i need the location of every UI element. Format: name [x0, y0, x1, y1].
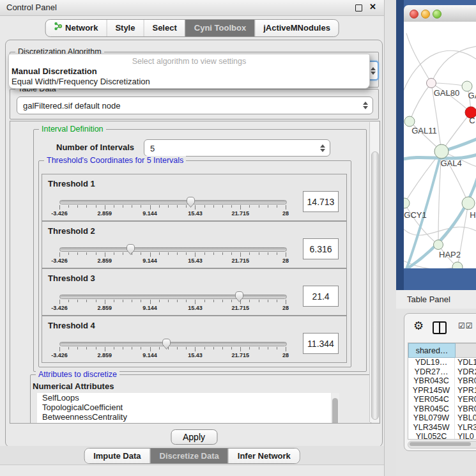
- attribute-item[interactable]: BetweennessCentrality: [37, 412, 331, 422]
- undock-icon[interactable]: [355, 4, 362, 12]
- tick-mark: [86, 252, 87, 255]
- slider-ticks: [59, 205, 286, 210]
- tick-mark: [105, 205, 105, 210]
- gear-icon[interactable]: ⚙: [413, 319, 424, 333]
- network-node-hap2[interactable]: [434, 240, 443, 250]
- table-row[interactable]: YBR045CYBR0: [408, 404, 476, 414]
- tick-mark: [105, 300, 105, 304]
- network-node[interactable]: [452, 262, 463, 268]
- threshold-slider-track[interactable]: [59, 200, 287, 204]
- close-traffic-light[interactable]: [410, 10, 418, 19]
- threshold-value-field[interactable]: 21.4: [303, 286, 339, 307]
- tick-label: 28: [282, 305, 289, 311]
- tick-mark: [114, 300, 114, 302]
- select-columns-icon[interactable]: ☑☑: [458, 321, 473, 330]
- network-node-ga[interactable]: [462, 81, 472, 91]
- tick-mark: [195, 347, 196, 351]
- tick-mark: [86, 347, 87, 349]
- tab-network[interactable]: Network: [45, 20, 106, 36]
- table-row[interactable]: YBL079WYBL0: [408, 413, 476, 423]
- table-row[interactable]: YPR145WYPR1: [408, 386, 476, 395]
- tick-mark: [286, 347, 286, 351]
- cell-name: YDR2: [455, 367, 476, 377]
- tab-style[interactable]: Style: [106, 20, 143, 36]
- threshold-value-field[interactable]: 6.316: [303, 238, 339, 259]
- close-icon[interactable]: ✕: [369, 2, 376, 12]
- table-row[interactable]: YER054CYER0: [408, 395, 476, 404]
- num-intervals-spinner[interactable]: 5: [144, 139, 330, 157]
- algorithm-popup-item-manual[interactable]: Manual Discretization: [12, 66, 97, 76]
- thresholds-group: Threshold's Coordinates for 5 Intervals …: [38, 160, 351, 367]
- network-canvas[interactable]: GAL80GACGAL11GAL4GCY1HHAP2: [404, 22, 476, 268]
- tick-mark: [96, 347, 96, 349]
- network-node-gal80[interactable]: [427, 79, 436, 88]
- cell-name: YBR0: [455, 404, 476, 414]
- network-node-gal11[interactable]: [404, 116, 415, 127]
- thresholds-group-title: Threshold's Coordinates for 5 Intervals: [44, 156, 186, 165]
- cell-name: YLR3: [455, 423, 476, 433]
- table-row[interactable]: YDR27…YDR2: [408, 367, 476, 377]
- table-row[interactable]: YBR043CYBR0: [408, 376, 476, 386]
- scrollbar-thumb[interactable]: [371, 151, 379, 420]
- table-panel-title: Table Panel: [407, 295, 450, 304]
- tick-mark: [77, 347, 78, 349]
- network-node-h[interactable]: [462, 197, 475, 210]
- bottom-tab-impute-data[interactable]: Impute Data: [84, 449, 150, 463]
- threshold-slider-track[interactable]: [59, 247, 287, 252]
- network-node-label: GA: [468, 91, 476, 100]
- tick-label: 2.859: [98, 352, 112, 358]
- bottom-tab-discretize-data[interactable]: Discretize Data: [150, 449, 228, 463]
- threshold-stack: Threshold 1-3.4262.8599.14415.4321.71528…: [42, 174, 347, 363]
- network-view-frame[interactable]: GAL80GACGAL11GAL4GCY1HHAP2: [396, 0, 476, 290]
- table-row[interactable]: YIL052CYIL0: [408, 432, 476, 440]
- table-row[interactable]: YLR345WYLR3: [408, 423, 476, 433]
- table-data-combo[interactable]: galFiltered.sif default node: [17, 96, 373, 114]
- apply-button[interactable]: Apply: [171, 429, 217, 445]
- split-columns-icon[interactable]: [433, 321, 447, 334]
- algorithm-popup-item-equal[interactable]: Equal Width/Frequency Discretization: [12, 77, 150, 86]
- interval-definition-group: Interval Definition Number of Intervals …: [33, 129, 367, 372]
- tick-mark: [77, 252, 78, 255]
- tick-label: 9.144: [142, 305, 157, 311]
- table-scrollbar-thumb[interactable]: [410, 442, 471, 446]
- top-tab-bar: NetworkStyleSelectCyni ToolboxjActiveMNo…: [45, 19, 339, 37]
- cell-shared-name: YER054C: [408, 395, 455, 404]
- table-horizontal-scrollbar[interactable]: [408, 441, 476, 449]
- tick-label: 9.144: [142, 352, 157, 358]
- tick-mark: [96, 300, 96, 302]
- tab-select[interactable]: Select: [143, 20, 185, 36]
- attributes-list-scrollbar[interactable]: [332, 393, 339, 424]
- tab-label: Select: [152, 20, 176, 36]
- tick-label: 2.859: [98, 210, 112, 217]
- network-window-titlebar[interactable]: [404, 5, 476, 22]
- threshold-value-field[interactable]: 14.713: [303, 191, 339, 212]
- tick-mark: [259, 252, 259, 255]
- settings-container: Discretization Algorithm Table Data galF…: [5, 40, 383, 447]
- attribute-item[interactable]: TopologicalCoefficient: [37, 403, 331, 412]
- tick-mark: [286, 252, 286, 257]
- cell-shared-name: YIL052C: [408, 432, 455, 440]
- tab-cyni-toolbox[interactable]: Cyni Toolbox: [185, 20, 254, 36]
- tick-mark: [77, 205, 78, 208]
- threshold-value-field[interactable]: 11.344: [303, 333, 339, 354]
- column-header-name[interactable]: n: [456, 343, 476, 358]
- tab-jactivemnodules[interactable]: jActiveMNodules: [254, 20, 339, 36]
- column-header-shared-name[interactable]: shared…: [408, 343, 456, 358]
- cell-name: YBL0: [455, 413, 476, 423]
- threshold-slider-track[interactable]: [59, 342, 287, 346]
- bottom-tab-strip: Impute DataDiscretize DataInfer Network: [0, 446, 384, 465]
- attribute-item[interactable]: SelfLoops: [37, 393, 331, 403]
- zoom-traffic-light[interactable]: [433, 10, 441, 19]
- table-row[interactable]: YDL19…YDL1: [408, 358, 476, 367]
- settings-vertical-scrollbar[interactable]: [369, 122, 379, 422]
- network-node-gal4[interactable]: [434, 144, 449, 158]
- tick-mark: [268, 252, 268, 255]
- tick-mark: [96, 205, 96, 208]
- tick-mark: [132, 252, 132, 255]
- threshold-slider-track[interactable]: [59, 295, 287, 299]
- bottom-tab-infer-network[interactable]: Infer Network: [228, 449, 300, 463]
- cell-name: YBR0: [455, 376, 476, 386]
- network-node-gcy1[interactable]: [404, 198, 410, 208]
- tick-mark: [177, 252, 178, 255]
- minimize-traffic-light[interactable]: [421, 10, 430, 19]
